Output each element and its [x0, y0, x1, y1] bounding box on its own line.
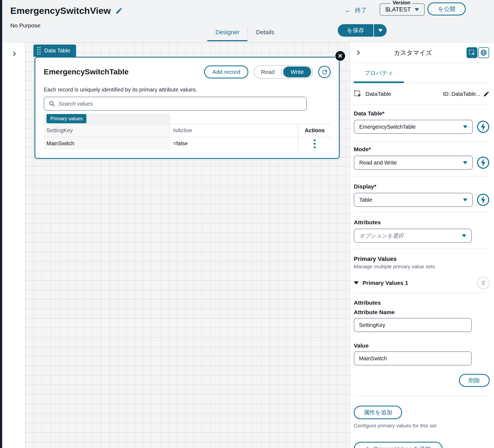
- component-tag-label: Data Table: [44, 48, 70, 54]
- collapse-group-caret[interactable]: [354, 281, 359, 285]
- customize-panel: カスタマイズ プロパティ DataTable ID: DataTable...: [350, 43, 494, 448]
- save-button[interactable]: を保存: [338, 24, 373, 37]
- chevron-down-icon: [462, 234, 466, 237]
- tab-details[interactable]: Details: [248, 27, 282, 41]
- chevron-down-icon: [378, 29, 383, 32]
- table-row[interactable]: MainSwitch =false •••: [44, 137, 331, 150]
- attribute-name-input[interactable]: [354, 318, 472, 332]
- attribute-editor-section: Attributes Attribute Name Value 削除: [354, 293, 490, 396]
- add-primary-values-label: Primary Values を追加: [374, 445, 431, 448]
- select-mode-button[interactable]: [467, 47, 477, 58]
- data-table-label: Data Table*: [354, 110, 490, 117]
- cell-settingkey: MainSwitch: [44, 137, 170, 150]
- records-table: Primary values SettingKey IsActive Actio…: [44, 113, 331, 150]
- write-toggle-option[interactable]: Write: [283, 67, 311, 77]
- search-values-input[interactable]: [58, 101, 302, 107]
- attribute-name-label: Attribute Name: [354, 309, 490, 316]
- panel-title: カスタマイズ: [359, 49, 467, 57]
- add-attribute-button[interactable]: 属性を追加: [354, 406, 402, 419]
- add-record-button[interactable]: Add record: [204, 65, 248, 78]
- dynamic-expression-button[interactable]: [477, 193, 490, 206]
- page-subtitle: No Purpose: [10, 22, 40, 29]
- refresh-button[interactable]: [318, 66, 331, 78]
- chevron-down-icon: [415, 8, 419, 11]
- save-split-button: を保存: [338, 24, 387, 37]
- cell-isactive: =false: [170, 137, 298, 150]
- primary-values-subtitle: Manage multiple primary value sets: [354, 264, 490, 270]
- primary-values-section: Primary Values Manage multiple primary v…: [354, 249, 490, 293]
- component-type: DataTable: [365, 91, 439, 97]
- read-toggle-option[interactable]: Read: [254, 69, 281, 75]
- card-header-row: EmergencySwitchTable Add record Read Wri…: [44, 65, 331, 79]
- edit-id-icon[interactable]: [483, 91, 490, 97]
- component-tag-data-table[interactable]: Data Table: [33, 45, 76, 57]
- field-mode: Mode* Read and Write: [354, 142, 490, 176]
- data-table-card[interactable]: EmergencySwitchTable Add record Read Wri…: [35, 57, 340, 159]
- chevron-down-icon: [463, 198, 467, 201]
- read-write-toggle: Read Write: [254, 65, 313, 79]
- attributes-multiselect[interactable]: オプションを選択: [354, 229, 472, 243]
- column-header-actions: Actions: [298, 124, 331, 137]
- field-display: Display* Table: [354, 176, 490, 212]
- primary-values-group-row: Primary Values 1: [354, 277, 490, 293]
- attributes-subsection-label: Attributes: [354, 299, 490, 306]
- refresh-icon: [321, 68, 328, 76]
- component-id: ID: DataTable...: [443, 91, 480, 97]
- row-actions-menu-button[interactable]: •••: [314, 138, 316, 149]
- field-data-table: Data Table* EmergencySwitchTable: [354, 105, 490, 142]
- globe-icon: [480, 49, 487, 56]
- component-selection-icon: [354, 90, 362, 98]
- table-description: Each record is uniquely identified by it…: [44, 87, 331, 93]
- chevron-down-icon: [463, 125, 467, 128]
- tab-properties[interactable]: プロパティ: [354, 63, 404, 83]
- dynamic-expression-button[interactable]: [477, 120, 490, 133]
- data-table-value: EmergencySwitchTable: [359, 124, 463, 130]
- primary-values-title: Primary Values: [354, 255, 490, 263]
- close-selection-button[interactable]: ×: [335, 51, 346, 61]
- panel-tabs: プロパティ: [354, 63, 490, 83]
- left-sidebar-collapsed: [2, 43, 25, 448]
- delete-group-button[interactable]: [477, 277, 490, 289]
- mode-label: Mode*: [354, 146, 490, 153]
- globe-button[interactable]: [478, 47, 489, 58]
- mode-select[interactable]: Read and Write: [354, 156, 473, 170]
- display-label: Display*: [354, 183, 490, 190]
- table-title: EmergencySwitchTable: [44, 68, 204, 76]
- chevron-down-icon: [463, 161, 467, 164]
- exit-link[interactable]: ← 終了: [345, 6, 367, 14]
- delete-attribute-button[interactable]: 削除: [459, 374, 490, 387]
- toggle-separator: [281, 69, 282, 75]
- attributes-placeholder: オプションを選択: [359, 232, 462, 239]
- tab-designer[interactable]: Designer: [207, 27, 248, 41]
- attributes-label: Attributes: [354, 219, 490, 226]
- add-primary-values-button[interactable]: + Primary Values を追加: [354, 442, 443, 448]
- search-icon: [49, 100, 55, 107]
- display-select[interactable]: Table: [354, 193, 473, 207]
- primary-values-badge: Primary values: [46, 114, 86, 123]
- primary-values-group-label[interactable]: Primary Values 1: [362, 280, 477, 286]
- field-attributes: Attributes オプションを選択: [354, 212, 490, 249]
- trash-icon: [480, 280, 487, 286]
- page-title: EmergencySwitchView: [10, 5, 111, 16]
- page-title-row: EmergencySwitchView: [10, 5, 123, 16]
- selection-icon: [468, 49, 476, 56]
- add-attribute-section: 属性を追加 Configure primary values for this …: [354, 406, 490, 448]
- version-label: Version: [390, 0, 412, 6]
- save-options-button[interactable]: [373, 24, 387, 37]
- drag-handle-icon[interactable]: [37, 47, 40, 55]
- mode-value: Read and Write: [359, 160, 463, 166]
- display-value: Table: [359, 197, 463, 203]
- version-value: $LATEST: [385, 6, 411, 13]
- dynamic-expression-button[interactable]: [477, 156, 490, 169]
- configure-hint: Configure primary values for this set: [354, 423, 490, 429]
- primary-values-band-cell: Primary values: [44, 113, 170, 124]
- data-table-select[interactable]: EmergencySwitchTable: [354, 120, 473, 134]
- component-identity-row: DataTable ID: DataTable...: [354, 83, 490, 105]
- search-values-box: [44, 97, 307, 111]
- edit-title-icon[interactable]: [115, 7, 123, 15]
- column-header-isactive: IsActive: [170, 124, 298, 137]
- value-input[interactable]: [354, 351, 472, 365]
- publish-button[interactable]: を公開: [427, 2, 466, 15]
- panel-header: カスタマイズ: [354, 43, 490, 63]
- exit-label: 終了: [355, 6, 367, 14]
